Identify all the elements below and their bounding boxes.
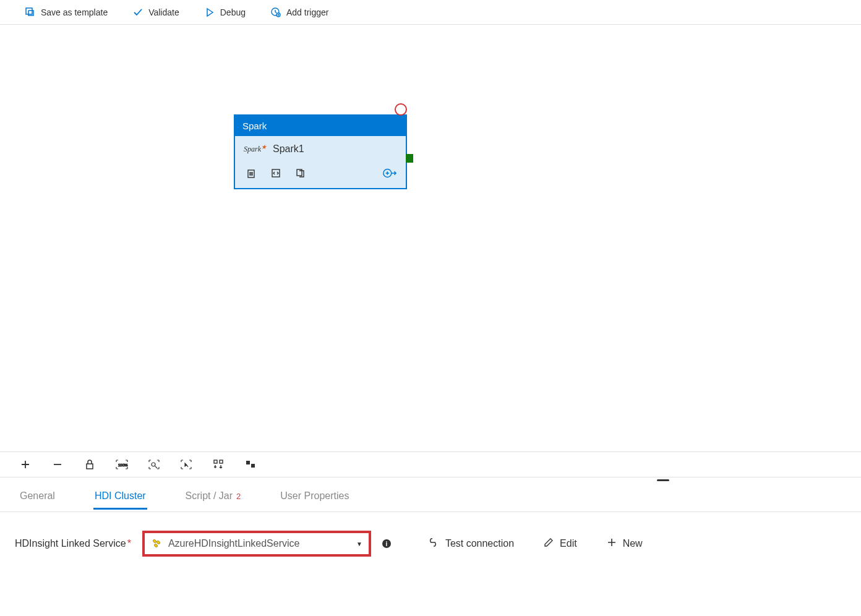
save-as-template-button[interactable]: Save as template xyxy=(25,7,108,18)
add-output-icon[interactable] xyxy=(382,166,397,181)
clock-plus-icon xyxy=(270,7,281,18)
properties-tabs: General HDI Cluster Script / Jar 2 User … xyxy=(0,482,861,512)
info-icon[interactable]: i xyxy=(382,539,391,548)
panel-resize-handle[interactable] xyxy=(0,477,861,482)
svg-rect-0 xyxy=(26,8,32,14)
code-icon[interactable] xyxy=(268,166,283,181)
linked-service-label: HDInsight Linked Service* xyxy=(15,538,131,549)
validation-indicator xyxy=(395,103,407,116)
fullscreen-select-icon[interactable] xyxy=(179,458,193,471)
top-toolbar: Save as template Validate Debug Add trig… xyxy=(0,0,861,25)
dropdown-value: AzureHDInsightLinkedService xyxy=(168,538,351,549)
zoom-100-icon[interactable]: 100% xyxy=(115,458,129,471)
node-body: Spark★ Spark1 xyxy=(235,136,406,161)
svg-rect-7 xyxy=(87,464,93,469)
pipeline-canvas[interactable]: Spark Spark★ Spark1 xyxy=(0,25,861,451)
linked-service-dropdown[interactable]: AzureHDInsightLinkedService ▼ xyxy=(142,531,371,557)
zoom-out-icon[interactable] xyxy=(51,458,64,471)
add-trigger-label: Add trigger xyxy=(286,7,328,17)
edit-button[interactable]: Edit xyxy=(544,537,577,550)
spark-logo-icon: Spark★ xyxy=(244,145,267,154)
copy-icon[interactable] xyxy=(293,166,308,181)
add-trigger-button[interactable]: Add trigger xyxy=(270,7,328,18)
hdinsight-icon xyxy=(151,537,163,550)
link-icon xyxy=(427,537,439,550)
plus-icon xyxy=(607,537,617,550)
svg-rect-10 xyxy=(214,460,217,463)
svg-rect-13 xyxy=(251,464,255,468)
lock-icon[interactable] xyxy=(83,458,96,471)
validate-label: Validate xyxy=(148,7,179,17)
checkmark-icon xyxy=(132,7,144,18)
pencil-icon xyxy=(544,537,554,550)
auto-arrange-icon[interactable] xyxy=(212,458,225,471)
node-actions xyxy=(235,161,406,188)
svg-text:100%: 100% xyxy=(118,463,128,467)
play-icon xyxy=(204,7,215,18)
validate-button[interactable]: Validate xyxy=(132,7,179,18)
debug-button[interactable]: Debug xyxy=(204,7,246,18)
debug-label: Debug xyxy=(220,7,246,17)
save-template-icon xyxy=(25,7,36,18)
svg-rect-12 xyxy=(246,461,250,464)
tab-hdi-cluster[interactable]: HDI Cluster xyxy=(93,484,147,510)
tab-general[interactable]: General xyxy=(19,484,56,510)
zoom-fit-icon[interactable] xyxy=(147,458,161,471)
chevron-down-icon: ▼ xyxy=(356,541,362,547)
tab-badge: 2 xyxy=(236,492,241,501)
svg-rect-11 xyxy=(220,460,223,463)
activity-name: Spark1 xyxy=(273,143,304,155)
new-button[interactable]: New xyxy=(607,537,643,550)
spark-activity-node[interactable]: Spark Spark★ Spark1 xyxy=(234,114,407,189)
save-as-template-label: Save as template xyxy=(41,7,108,17)
tab-script-jar[interactable]: Script / Jar 2 xyxy=(184,484,242,510)
test-connection-button[interactable]: Test connection xyxy=(427,537,514,550)
align-icon[interactable] xyxy=(244,458,257,471)
svg-point-9 xyxy=(152,463,155,466)
canvas-toolbar: 100% xyxy=(0,451,861,477)
tab-user-properties[interactable]: User Properties xyxy=(279,484,350,510)
output-connector[interactable] xyxy=(406,154,413,163)
zoom-in-icon[interactable] xyxy=(19,458,32,471)
delete-icon[interactable] xyxy=(244,166,259,181)
node-header: Spark xyxy=(235,116,406,136)
hdi-cluster-panel: HDInsight Linked Service* AzureHDInsight… xyxy=(0,512,861,575)
